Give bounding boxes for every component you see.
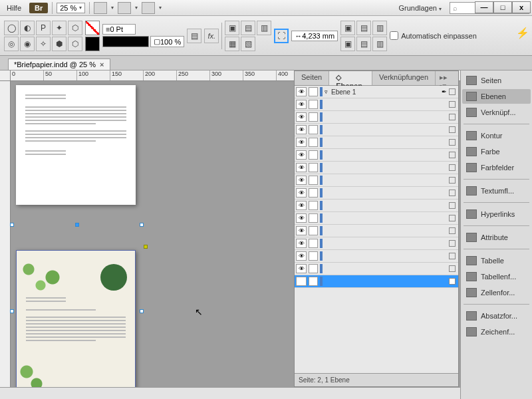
sidebar-item[interactable]: Zeichenf... — [462, 325, 531, 339]
lock-toggle[interactable] — [309, 163, 318, 172]
tab-links[interactable]: Verknüpfungen — [372, 71, 436, 85]
visibility-toggle-icon[interactable]: 👁 — [296, 125, 307, 134]
fill-swatch[interactable] — [85, 21, 100, 35]
layer-row[interactable]: 👁 — [295, 225, 458, 237]
layer-row[interactable]: 👁 — [295, 111, 458, 124]
frame-fit-icon[interactable]: ⛶ — [274, 29, 289, 43]
layer-row[interactable]: 👁 — [295, 187, 458, 200]
wrap-icon[interactable]: ▤ — [241, 21, 255, 35]
visibility-toggle-icon[interactable]: 👁 — [296, 201, 307, 210]
layer-row[interactable]: 👁 — [295, 98, 458, 111]
dimension-field[interactable]: ↔ 4,233 mm — [291, 31, 338, 41]
ruler-origin[interactable] — [0, 70, 11, 81]
sidebar-item[interactable]: Hyperlinks — [462, 207, 531, 221]
fit-icon[interactable]: ▥ — [372, 21, 387, 35]
tool-icon[interactable]: ⬡ — [68, 37, 82, 51]
lock-toggle[interactable] — [309, 138, 318, 147]
visibility-toggle-icon[interactable]: 👁 — [296, 213, 307, 223]
bridge-badge[interactable]: Br — [29, 3, 48, 13]
sidebar-item[interactable]: Ebenen — [462, 89, 531, 104]
layer-row[interactable]: 👁▿Ebene 1✒ — [295, 86, 458, 98]
lock-toggle[interactable] — [309, 112, 318, 122]
lock-toggle[interactable] — [309, 213, 318, 223]
sidebar-item[interactable]: Absatzfor... — [462, 309, 531, 323]
visibility-toggle-icon[interactable]: 👁 — [296, 138, 307, 147]
fit-icon[interactable]: ▣ — [340, 21, 355, 35]
selection-square[interactable] — [449, 152, 456, 158]
selection-square[interactable] — [449, 126, 456, 133]
lock-toggle[interactable] — [309, 239, 318, 248]
scale-field[interactable]: ▢ 100 % — [150, 36, 184, 47]
help-menu[interactable]: Hilfe — [3, 3, 25, 13]
tool-icon[interactable]: ✦ — [52, 21, 66, 35]
visibility-toggle-icon[interactable]: 👁 — [296, 163, 307, 172]
page-2-preview[interactable] — [16, 250, 136, 396]
arrange-icon[interactable] — [142, 2, 155, 14]
fit-icon[interactable]: ▤ — [356, 21, 371, 35]
lock-toggle[interactable] — [309, 100, 318, 109]
layer-row[interactable]: 👁 — [295, 136, 458, 149]
visibility-toggle-icon[interactable]: 👁 — [296, 188, 307, 198]
fit-icon[interactable]: ▤ — [356, 37, 371, 51]
tool-icon[interactable]: ◉ — [20, 37, 35, 51]
minimize-button[interactable]: — — [475, 1, 493, 13]
visibility-toggle-icon[interactable]: 👁 — [296, 150, 307, 160]
selection-square[interactable] — [449, 202, 456, 209]
visibility-toggle-icon[interactable]: 👁 — [296, 264, 307, 273]
selection-square[interactable] — [449, 88, 456, 95]
tab-pages[interactable]: Seiten — [295, 71, 329, 85]
layer-row[interactable]: 👁 — [295, 149, 458, 162]
sidebar-item[interactable]: Seiten — [462, 73, 531, 88]
selection-square[interactable] — [449, 101, 456, 108]
zoom-field[interactable]: 25 %▾ — [57, 3, 85, 13]
layer-row[interactable]: 👁 — [295, 124, 458, 136]
layer-row[interactable]: 👁 — [295, 275, 458, 288]
lock-toggle[interactable] — [309, 264, 318, 273]
sidebar-item[interactable]: Zellenfor... — [462, 285, 531, 300]
close-tab-icon[interactable]: × — [100, 61, 104, 68]
document-tab[interactable]: *Briefpapier.indd @ 25 % × — [8, 59, 110, 70]
stroke-swatch[interactable] — [85, 37, 100, 51]
lock-toggle[interactable] — [309, 87, 318, 96]
visibility-toggle-icon[interactable]: 👁 — [296, 239, 307, 248]
lock-toggle[interactable] — [309, 277, 318, 286]
sidebar-item[interactable]: Farbe — [462, 144, 531, 159]
sidebar-item[interactable]: Tabelle — [462, 253, 531, 268]
panel-collapse-icon[interactable]: ▸▸ ▪≡ — [436, 71, 458, 85]
lock-toggle[interactable] — [309, 251, 318, 261]
lock-toggle[interactable] — [309, 201, 318, 210]
selection-square[interactable] — [449, 139, 456, 146]
sidebar-item[interactable]: Attribute — [462, 230, 531, 245]
page-1-preview[interactable] — [16, 85, 136, 205]
lock-toggle[interactable] — [309, 176, 318, 185]
lock-toggle[interactable] — [309, 150, 318, 160]
tool-icon[interactable]: ⬡ — [68, 21, 82, 35]
tool-icon[interactable]: ⬢ — [52, 37, 66, 51]
view-mode-icon[interactable] — [94, 2, 107, 14]
tool-icon[interactable]: ◐ — [20, 21, 35, 35]
visibility-toggle-icon[interactable]: 👁 — [296, 176, 307, 185]
tab-layers[interactable]: ◇ Ebenen — [329, 71, 372, 85]
selection-square[interactable] — [449, 278, 456, 285]
lock-toggle[interactable] — [309, 188, 318, 198]
layer-row[interactable]: 👁 — [295, 237, 458, 250]
workspace-switcher[interactable]: Grundlagen ▾ — [394, 3, 446, 13]
p-tool-icon[interactable]: P — [36, 21, 51, 35]
selection-square[interactable] — [449, 215, 456, 221]
lock-toggle[interactable] — [309, 226, 318, 235]
visibility-toggle-icon[interactable]: 👁 — [296, 277, 307, 286]
selection-square[interactable] — [449, 265, 456, 272]
layer-list[interactable]: 👁▿Ebene 1✒👁👁👁👁👁👁👁👁👁👁👁👁👁👁👁 — [295, 86, 458, 373]
selection-square[interactable] — [449, 253, 456, 259]
fx-text-icon[interactable]: fx. — [204, 29, 219, 43]
wrap-icon[interactable]: ▣ — [225, 21, 239, 35]
wrap-icon[interactable]: ▦ — [225, 37, 239, 51]
layer-row[interactable]: 👁 — [295, 212, 458, 225]
wrap-icon[interactable]: ▧ — [241, 37, 255, 51]
maximize-button[interactable]: □ — [493, 1, 512, 13]
selection-square[interactable] — [449, 177, 456, 184]
stroke-weight-field[interactable]: ≡ 0 Pt — [102, 24, 136, 35]
sidebar-item[interactable]: Tabellenf... — [462, 269, 531, 284]
fit-icon[interactable]: ▥ — [372, 37, 387, 51]
layer-row[interactable]: 👁 — [295, 250, 458, 263]
